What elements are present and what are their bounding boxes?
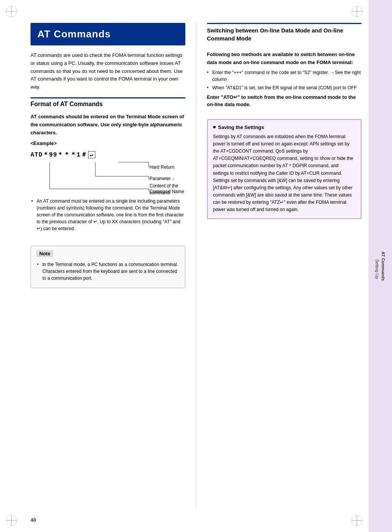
format-body: AT commands should be entered on the Ter… — [31, 113, 185, 148]
right-column: Switching between On-line Data Mode and … — [207, 23, 362, 509]
saving-title: Saving the Settings — [213, 124, 356, 130]
switching-title: Switching between On-line Data Mode and … — [207, 26, 362, 42]
note-title: Note — [36, 250, 53, 257]
saving-box: Saving the Settings Settings by AT comma… — [207, 119, 362, 219]
column-divider — [196, 23, 196, 509]
format-title: Format of AT Commands — [31, 101, 185, 109]
page-number: 40 — [31, 517, 36, 523]
command-diagram: Hard Return Parameter：Content of the com… — [34, 160, 185, 195]
saving-text: Settings by AT commands are initialized … — [213, 133, 356, 214]
hard-return-label: Hard Return — [149, 163, 174, 170]
at-commands-title: AT Commands — [37, 28, 178, 40]
format-body-bold: AT commands should be entered on the Ter… — [31, 114, 184, 135]
corner-decoration-tl — [5, 5, 18, 18]
example-label: <Example> — [31, 140, 185, 148]
command-example: ATD＊99＊＊＊1＃↵ — [31, 151, 185, 232]
sidebar: Setting Up AT Commands — [368, 0, 392, 532]
left-column: AT Commands AT commands are used to chec… — [31, 23, 185, 509]
sidebar-label: Setting Up AT Commands — [375, 251, 386, 281]
format-bullet-list: An AT command must be entered on a singl… — [31, 198, 185, 232]
command-line: ATD＊99＊＊＊1＃↵ — [31, 151, 185, 159]
switching-body: Following two methods are available to s… — [207, 51, 362, 108]
at-commands-title-box: AT Commands — [31, 23, 185, 45]
format-section: Format of AT Commands AT commands should… — [31, 97, 185, 237]
switching-title-box: Switching between On-line Data Mode and … — [207, 23, 362, 42]
format-bullet-item-1: An AT command must be entered on a singl… — [31, 198, 185, 232]
enter-command-text: Enter "ATO↵" to switch from the on-line … — [207, 94, 362, 108]
note-box: Note In the Terminal mode, a PC function… — [31, 246, 185, 288]
corner-decoration-tr — [350, 5, 364, 18]
intro-text: AT commands are used to check the FOMA t… — [31, 52, 185, 91]
sidebar-item-at-commands: AT Commands — [381, 251, 386, 281]
content-wrapper: AT Commands AT commands are used to chec… — [31, 23, 361, 509]
switching-bold-lead: Following two methods are available to s… — [207, 51, 362, 67]
note-text: In the Terminal mode, a PC functions as … — [36, 261, 180, 282]
switching-bullet-1: Enter the "+++" command or the code set … — [207, 69, 362, 83]
corner-decoration-br — [350, 514, 364, 527]
corner-decoration-bl — [5, 514, 18, 527]
command-name-label: Command Name — [149, 188, 184, 195]
switching-bullet-2: When "AT&D1" is set, set the ER signal o… — [207, 84, 362, 91]
note-bullet-item-1: In the Terminal mode, a PC functions as … — [36, 261, 180, 282]
switching-bullet-list: Enter the "+++" command or the code set … — [207, 69, 362, 91]
sidebar-item-setting-up: Setting Up — [375, 259, 379, 279]
